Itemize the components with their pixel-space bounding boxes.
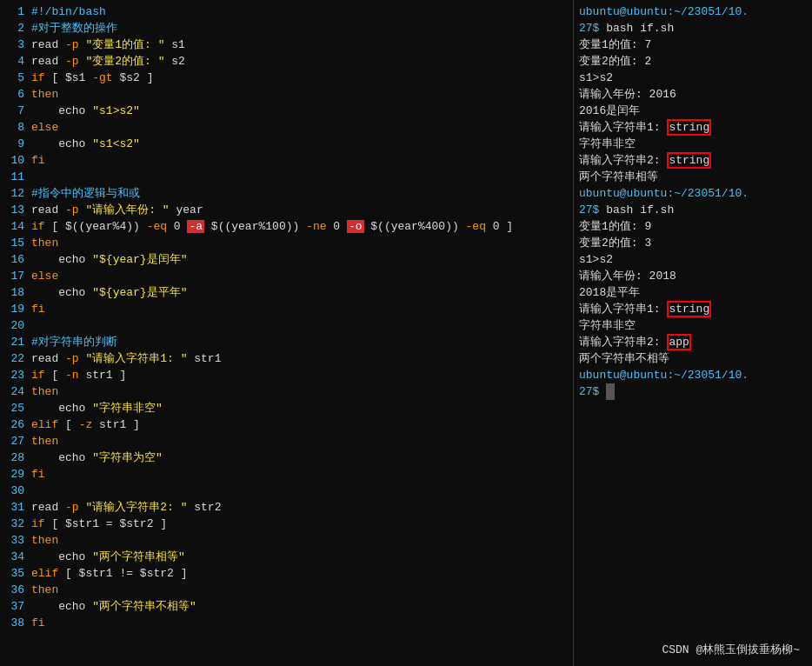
code-line: 3read -p "变量1的值: " s1	[5, 37, 568, 53]
line-number: 31	[5, 499, 24, 516]
code-editor: 1#!/bin/bash2#对于整数的操作3read -p "变量1的值: " …	[0, 0, 574, 666]
code-line: 12#指令中的逻辑与和或	[5, 185, 568, 202]
line-number: 27	[5, 433, 24, 450]
term-line-22: 两个字符串不相等	[579, 350, 807, 367]
line-number: 30	[5, 483, 24, 499]
line-number: 7	[5, 103, 24, 119]
line-content: echo "s1>s2"	[31, 103, 140, 119]
term-line-15: 变量2的值: 3	[579, 235, 807, 251]
line-content: #指令中的逻辑与和或	[31, 185, 140, 202]
line-number: 33	[5, 532, 24, 549]
term-line-4: 变量2的值: 2	[579, 53, 807, 70]
code-line: 14if [ $((year%4)) -eq 0 -a $((year%100)…	[5, 218, 568, 235]
code-line: 35elif [ $str1 != $str2 ]	[5, 565, 568, 582]
line-number: 9	[5, 136, 24, 152]
line-content: elif [ -z str1 ]	[31, 416, 140, 433]
line-content: if [ $str1 = $str2 ]	[31, 516, 167, 532]
line-number: 22	[5, 350, 24, 367]
code-line: 1#!/bin/bash	[5, 3, 568, 20]
line-number: 8	[5, 119, 24, 136]
line-number: 5	[5, 70, 24, 86]
code-line: 4read -p "变量2的值: " s2	[5, 53, 568, 70]
line-content: if [ -n str1 ]	[31, 367, 126, 383]
line-number: 4	[5, 53, 24, 70]
code-line: 16 echo "${year}是闰年"	[5, 251, 568, 268]
line-content: echo "字符串非空"	[31, 400, 163, 416]
term-line-9: 字符串非空	[579, 136, 807, 152]
term-line-16: s1>s2	[579, 251, 807, 268]
code-line: 31read -p "请输入字符串2: " str2	[5, 499, 568, 516]
code-line: 5if [ $s1 -gt $s2 ]	[5, 70, 568, 86]
term-line-10: 请输入字符串2: string	[579, 152, 807, 169]
terminal-content: ubuntu@ubuntu:~/23051/10. 27$ bash if.sh…	[579, 3, 807, 663]
line-content: then	[31, 235, 58, 251]
line-number: 2	[5, 20, 24, 37]
code-line: 25 echo "字符串非空"	[5, 400, 568, 416]
line-number: 25	[5, 400, 24, 416]
code-line: 17else	[5, 268, 568, 284]
line-number: 29	[5, 466, 24, 483]
line-content: echo "s1<s2"	[31, 136, 140, 152]
line-number: 10	[5, 152, 24, 169]
term-line-20: 字符串非空	[579, 317, 807, 334]
code-line: 30	[5, 483, 568, 499]
term-line-6: 请输入年份: 2016	[579, 86, 807, 103]
line-content: read -p "变量2的值: " s2	[31, 53, 185, 70]
code-line: 2#对于整数的操作	[5, 20, 568, 37]
line-number: 3	[5, 37, 24, 53]
line-content: else	[31, 268, 58, 284]
code-line: 27then	[5, 433, 568, 450]
line-number: 18	[5, 284, 24, 301]
term-line-19: 请输入字符串1: string	[579, 301, 807, 317]
line-number: 15	[5, 235, 24, 251]
code-line: 9 echo "s1<s2"	[5, 136, 568, 152]
line-content: then	[31, 86, 58, 103]
line-content: if [ $s1 -gt $s2 ]	[31, 70, 153, 86]
line-content: #对字符串的判断	[31, 334, 117, 350]
line-content: #!/bin/bash	[31, 3, 106, 20]
term-line-14: 变量1的值: 9	[579, 218, 807, 235]
line-content: echo "${year}是闰年"	[31, 251, 187, 268]
term-line-1: ubuntu@ubuntu:~/23051/10.	[579, 3, 807, 20]
code-line: 37 echo "两个字符串不相等"	[5, 598, 568, 615]
code-line: 32if [ $str1 = $str2 ]	[5, 516, 568, 532]
term-line-11: 两个字符串相等	[579, 169, 807, 185]
term-line-18: 2018是平年	[579, 284, 807, 301]
code-line: 18 echo "${year}是平年"	[5, 284, 568, 301]
line-number: 35	[5, 565, 24, 582]
term-line-17: 请输入年份: 2018	[579, 268, 807, 284]
line-content: echo "两个字符串不相等"	[31, 598, 196, 615]
code-line: 20	[5, 317, 568, 334]
code-line: 19fi	[5, 301, 568, 317]
line-number: 1	[5, 3, 24, 20]
code-line: 28 echo "字符串为空"	[5, 450, 568, 466]
line-content: fi	[31, 615, 45, 631]
line-number: 26	[5, 416, 24, 433]
code-line: 38fi	[5, 615, 568, 631]
line-number: 23	[5, 367, 24, 383]
code-line: 34 echo "两个字符串相等"	[5, 549, 568, 565]
line-number: 14	[5, 218, 24, 235]
line-content: fi	[31, 301, 45, 317]
line-content: then	[31, 532, 58, 549]
code-line: 26elif [ -z str1 ]	[5, 416, 568, 433]
term-line-21: 请输入字符串2: app	[579, 334, 807, 350]
code-line: 11	[5, 169, 568, 185]
line-content: echo "字符串为空"	[31, 450, 163, 466]
line-number: 12	[5, 185, 24, 202]
line-content: read -p "变量1的值: " s1	[31, 37, 185, 53]
line-number: 19	[5, 301, 24, 317]
line-number: 37	[5, 598, 24, 615]
terminal-output: ubuntu@ubuntu:~/23051/10. 27$ bash if.sh…	[574, 0, 812, 666]
line-content: fi	[31, 466, 45, 483]
code-line: 24then	[5, 383, 568, 400]
line-content: read -p "请输入年份: " year	[31, 202, 203, 218]
term-line-3: 变量1的值: 7	[579, 37, 807, 53]
line-content: echo "${year}是平年"	[31, 284, 187, 301]
term-line-8: 请输入字符串1: string	[579, 119, 807, 136]
code-line: 13read -p "请输入年份: " year	[5, 202, 568, 218]
code-line: 10fi	[5, 152, 568, 169]
line-number: 28	[5, 450, 24, 466]
code-line: 29fi	[5, 466, 568, 483]
line-number: 20	[5, 317, 24, 334]
